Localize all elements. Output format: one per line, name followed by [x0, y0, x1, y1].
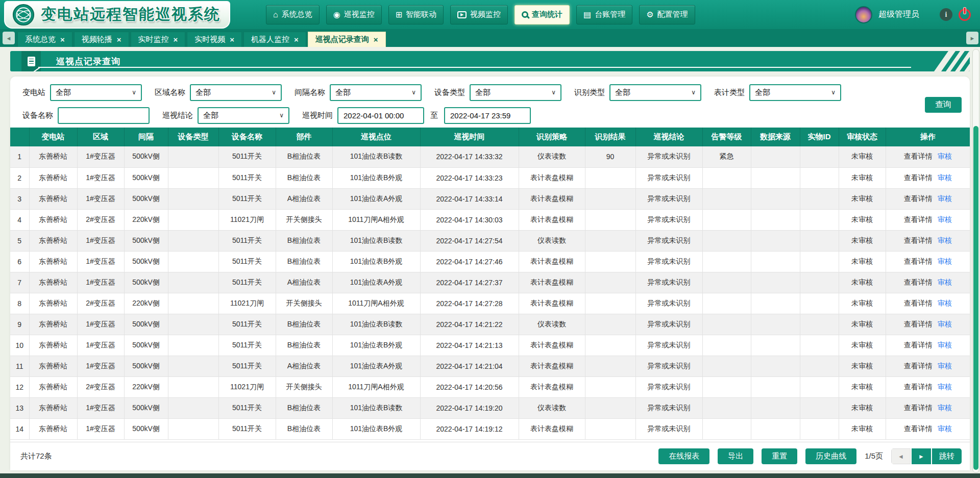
query-panel: 变电站全部∨区域名称全部∨间隔名称全部∨设备类型全部∨识别类型全部∨表计类型全部…: [10, 77, 970, 470]
view-details-link[interactable]: 查看详情: [904, 424, 933, 433]
view-details-link[interactable]: 查看详情: [904, 152, 933, 160]
page-prev-icon[interactable]: ◄: [891, 448, 911, 464]
view-details-link[interactable]: 查看详情: [904, 215, 933, 223]
view-details-link[interactable]: 查看详情: [904, 173, 933, 182]
nav-video-monitor-button[interactable]: ▶视频监控: [450, 5, 508, 24]
cell-audit-status: 未审核: [839, 376, 886, 397]
view-details-link[interactable]: 查看详情: [904, 383, 933, 391]
device-type-select[interactable]: 全部∨: [470, 84, 561, 101]
tab-system-overview[interactable]: 系统总览×: [17, 32, 72, 47]
view-details-link[interactable]: 查看详情: [904, 194, 933, 203]
cell-part: A相油位表: [276, 356, 332, 376]
scrollbar-thumb[interactable]: [973, 126, 978, 470]
audit-link[interactable]: 审核: [938, 236, 952, 244]
content-area: 巡视点记录查询 变电站全部∨区域名称全部∨间隔名称全部∨设备类型全部∨识别类型全…: [0, 47, 980, 473]
nav-inspection-monitor-button[interactable]: ◉巡视监控: [326, 5, 382, 24]
cell-area: 1#变压器: [77, 356, 124, 376]
logout-power-icon[interactable]: [959, 9, 971, 21]
audit-link[interactable]: 审核: [938, 257, 952, 265]
cell-audit-status: 未审核: [839, 335, 886, 356]
view-details-link[interactable]: 查看详情: [904, 341, 933, 349]
cell-part: B相油位表: [276, 314, 332, 335]
inspection-time-from-input[interactable]: 2022-04-01 00:00: [337, 107, 424, 124]
cell-inspection-point: 1011刀闸A相外观: [332, 209, 420, 230]
tabs-scroll-right-icon[interactable]: ►: [966, 32, 978, 44]
cell-part: 开关侧接头: [276, 293, 332, 314]
cell-physical-id: [800, 230, 839, 251]
tab-inspection-record-query[interactable]: 巡视点记录查询×: [308, 32, 386, 47]
cell-inspection-conclusion: 异常或未识别: [635, 397, 702, 418]
tab-realtime-monitor-label: 实时监控: [138, 35, 169, 44]
cell-actions: 查看详情审核: [886, 376, 970, 397]
audit-link[interactable]: 审核: [938, 424, 952, 433]
close-icon[interactable]: ×: [374, 35, 378, 44]
page-next-icon[interactable]: ►: [912, 448, 931, 464]
cell-device-type: [168, 335, 218, 356]
audit-link[interactable]: 审核: [938, 194, 952, 203]
view-details-link[interactable]: 查看详情: [904, 320, 933, 328]
station-select[interactable]: 全部∨: [50, 84, 142, 101]
view-details-link[interactable]: 查看详情: [904, 236, 933, 244]
info-icon[interactable]: i: [940, 8, 952, 21]
audit-link[interactable]: 审核: [938, 215, 952, 223]
audit-link[interactable]: 审核: [938, 152, 952, 160]
inspection-conclusion-select[interactable]: 全部 ∨: [198, 107, 289, 124]
page-jump-button[interactable]: 跳转: [932, 448, 962, 464]
audit-link[interactable]: 审核: [938, 320, 952, 328]
nav-smart-linkage-button[interactable]: ⊞智能联动: [388, 5, 444, 24]
close-icon[interactable]: ×: [117, 35, 121, 44]
query-button[interactable]: 查询: [925, 97, 962, 113]
tab-realtime-video[interactable]: 实时视频×: [187, 32, 242, 47]
tab-realtime-monitor[interactable]: 实时监控×: [131, 32, 186, 47]
close-icon[interactable]: ×: [294, 35, 299, 44]
nav-config-management-button[interactable]: ⚙配置管理: [639, 5, 695, 24]
view-details-link[interactable]: 查看详情: [904, 278, 933, 286]
tab-system-overview-label: 系统总览: [25, 35, 56, 44]
tabs-scroll-left-icon[interactable]: ◄: [3, 32, 15, 44]
cell-data-source: [751, 376, 800, 397]
inspection-time-to-input[interactable]: 2022-04-17 23:59: [444, 107, 531, 124]
audit-link[interactable]: 审核: [938, 383, 952, 391]
audit-link[interactable]: 审核: [938, 173, 952, 182]
close-icon[interactable]: ×: [60, 35, 65, 44]
recognition-type-select[interactable]: 全部∨: [609, 84, 701, 101]
nav-system-overview-button[interactable]: ⌂系统总览: [266, 5, 320, 24]
meter-type-select[interactable]: 全部∨: [749, 84, 841, 101]
chevron-down-icon: ∨: [691, 89, 696, 96]
audit-link[interactable]: 审核: [938, 404, 952, 412]
tab-robot-monitor[interactable]: 机器人监控×: [243, 32, 306, 47]
bay-select[interactable]: 全部∨: [330, 84, 422, 101]
cell-audit-status: 未审核: [839, 356, 886, 376]
close-icon[interactable]: ×: [230, 35, 234, 44]
online-report-button[interactable]: 在线报表: [658, 448, 709, 464]
nav-ledger-management-button[interactable]: ▤台账管理: [576, 5, 632, 24]
cell-part: B相油位表: [276, 335, 332, 356]
cell-physical-id: [800, 293, 839, 314]
cell-inspection-time: 2022-04-17 14:21:04: [420, 356, 519, 376]
audit-link[interactable]: 审核: [938, 278, 952, 286]
view-details-link[interactable]: 查看详情: [904, 257, 933, 265]
vertical-scrollbar[interactable]: [972, 49, 979, 473]
cell-area: 1#变压器: [77, 146, 124, 167]
audit-link[interactable]: 审核: [938, 341, 952, 349]
view-details-link[interactable]: 查看详情: [904, 404, 933, 412]
nav-config-management-label: 配置管理: [657, 10, 688, 19]
audit-link[interactable]: 审核: [938, 362, 952, 370]
device-name-input[interactable]: [58, 107, 150, 124]
tab-video-carousel[interactable]: 视频轮播×: [74, 32, 129, 47]
user-avatar[interactable]: [855, 6, 872, 23]
cell-audit-status: 未审核: [839, 251, 886, 272]
reset-button[interactable]: 重置: [762, 448, 797, 464]
view-details-link[interactable]: 查看详情: [904, 299, 933, 307]
view-details-link[interactable]: 查看详情: [904, 362, 933, 370]
export-button[interactable]: 导出: [718, 448, 753, 464]
audit-link[interactable]: 审核: [938, 299, 952, 307]
area-select[interactable]: 全部∨: [190, 84, 282, 101]
cell-recognition-result: [585, 418, 635, 439]
history-curve-button[interactable]: 历史曲线: [805, 448, 856, 464]
cell-inspection-time: 2022-04-17 14:21:22: [420, 314, 519, 335]
column-header-inspection-conclusion: 巡视结论: [635, 128, 702, 146]
tab-bar: ◄ 系统总览×视频轮播×实时监控×实时视频×机器人监控×巡视点记录查询× ►: [0, 29, 980, 47]
close-icon[interactable]: ×: [174, 35, 178, 44]
nav-query-stats-button[interactable]: 查询统计: [514, 5, 570, 24]
